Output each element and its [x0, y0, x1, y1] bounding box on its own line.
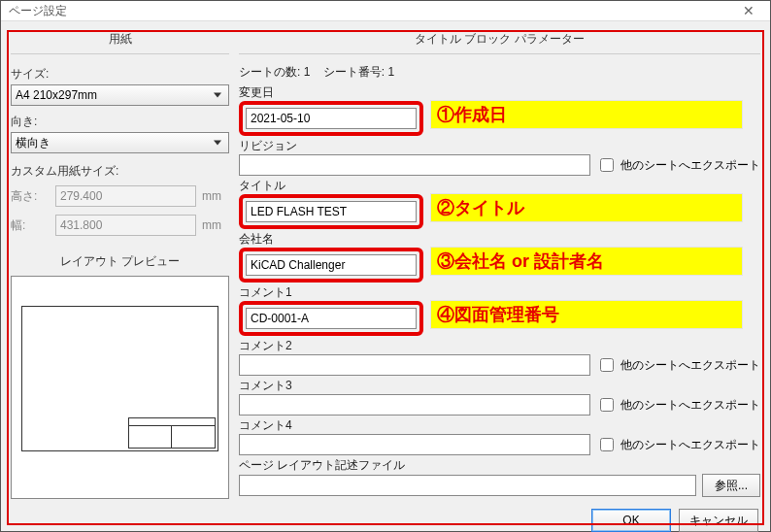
annotation-1: ①作成日 — [431, 101, 742, 128]
comment2-input[interactable] — [239, 354, 590, 376]
width-unit: mm — [202, 218, 229, 232]
orientation-label: 向き: — [11, 114, 229, 130]
title-label: タイトル — [239, 178, 760, 194]
revision-label: リビジョン — [239, 138, 760, 154]
window-title: ページ設定 — [9, 3, 67, 19]
paper-size-select[interactable]: A4 210x297mm — [11, 84, 229, 106]
sheet-info: シートの数: 1 シート番号: 1 — [239, 64, 760, 81]
close-icon[interactable]: ✕ — [735, 1, 762, 20]
annotation-4: ④図面管理番号 — [431, 301, 742, 328]
size-label: サイズ: — [11, 66, 229, 83]
titlebar: ページ設定 ✕ — [1, 1, 770, 21]
date-label: 変更日 — [239, 84, 760, 101]
comment4-input[interactable] — [239, 434, 590, 455]
company-label: 会社名 — [239, 231, 760, 248]
comment4-label: コメント4 — [239, 417, 760, 434]
titleblock-header: タイトル ブロック パラメーター — [239, 27, 760, 54]
comment1-label: コメント1 — [239, 284, 760, 301]
comment2-export-checkbox[interactable]: 他のシートへエクスポート — [596, 355, 760, 375]
browse-button[interactable]: 参照... — [702, 474, 760, 497]
revision-input[interactable] — [239, 154, 590, 176]
comment3-label: コメント3 — [239, 378, 760, 394]
preview-titleblock — [128, 417, 216, 449]
company-input[interactable] — [246, 254, 417, 276]
revision-export-checkbox[interactable]: 他のシートへエクスポート — [596, 155, 760, 175]
preview-page — [21, 306, 218, 451]
comment4-export-checkbox[interactable]: 他のシートへエクスポート — [596, 435, 760, 454]
custom-size-header: カスタム用紙サイズ: — [11, 163, 229, 180]
title-highlight — [239, 194, 423, 229]
orientation-select[interactable]: 横向き — [11, 132, 229, 153]
custom-height-input — [55, 185, 196, 207]
issue-date-input[interactable] — [246, 108, 417, 129]
preview-header: レイアウト プレビュー — [11, 249, 229, 274]
paper-header: 用紙 — [11, 27, 229, 54]
cancel-button[interactable]: キャンセル — [679, 509, 758, 532]
ok-button[interactable]: OK — [591, 509, 671, 532]
comment3-input[interactable] — [239, 394, 590, 416]
company-highlight — [239, 248, 423, 283]
comment1-highlight — [239, 301, 423, 336]
comment3-export-checkbox[interactable]: 他のシートへエクスポート — [596, 395, 760, 415]
dialog-buttons: OK キャンセル — [1, 503, 770, 532]
width-label: 幅: — [11, 217, 50, 234]
height-label: 高さ: — [11, 188, 50, 205]
height-unit: mm — [202, 189, 229, 203]
annotation-3: ③会社名 or 設計者名 — [431, 248, 742, 275]
custom-width-input — [55, 215, 196, 236]
page-settings-dialog: ページ設定 ✕ 用紙 サイズ: A4 210x297mm 向き: 横向き カスタ… — [0, 0, 771, 532]
layout-preview — [11, 276, 229, 499]
title-input[interactable] — [246, 201, 417, 222]
comment1-input[interactable] — [246, 308, 417, 329]
date-highlight — [239, 101, 423, 136]
comment2-label: コメント2 — [239, 338, 760, 354]
layoutfile-input[interactable] — [239, 475, 696, 496]
annotation-2: ②タイトル — [431, 194, 742, 221]
layoutfile-label: ページ レイアウト記述ファイル — [239, 457, 760, 474]
